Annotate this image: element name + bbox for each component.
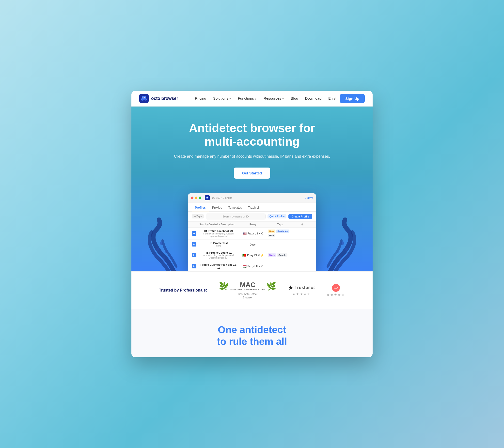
proxy-us: 🇺🇸 Proxy US ✕ C	[243, 232, 263, 235]
proxy-direct: Direct	[250, 243, 256, 246]
nav-download[interactable]: Download	[305, 96, 322, 101]
tentacles-left-icon	[134, 217, 179, 271]
nav-links: Pricing Solutions Functions Resources Bl…	[195, 96, 321, 101]
row-play-icon[interactable]: ▶	[192, 264, 196, 269]
laurel-right-icon: 🌿	[267, 281, 276, 291]
hero-headline: Antidetect browser for multi-accounting	[178, 121, 326, 148]
app-table-header: Sort by Created ▾ Description Proxy Tags…	[188, 222, 316, 228]
mac-award-label: Best Anti-DetectBrowser	[238, 292, 257, 299]
laurel-left-icon: 🌿	[219, 281, 229, 291]
create-profile-button[interactable]: Create Profile	[288, 214, 312, 219]
svg-point-10	[165, 251, 168, 253]
proxy-pt: 🇵🇹 Proxy PT ✕ ⚡	[242, 254, 264, 257]
app-tab-trash[interactable]: Trash bin	[245, 204, 264, 211]
g2-rating: G2 ★★★★★	[326, 284, 345, 297]
profile-search[interactable]: Search by name or ID	[206, 214, 266, 219]
svg-point-18	[339, 256, 342, 259]
trustpilot-stars: ★★★★★	[292, 292, 311, 296]
quick-profile-button[interactable]: Quick Profile	[268, 214, 287, 218]
logo-area: octo browser	[139, 94, 178, 103]
bottom-headline: One antidetect to rule them all	[139, 324, 365, 347]
app-toolbar: ⊕ Tags Search by name or ID Quick Profil…	[188, 212, 316, 222]
titlebar-close-dot	[191, 197, 193, 199]
tag-work: Work	[268, 253, 276, 257]
proxy-hu: 🇭🇺 Proxy HU ✕ C	[243, 265, 263, 268]
svg-point-4	[143, 97, 144, 98]
trustpilot-star-icon: ★	[288, 285, 293, 291]
app-tabs: Profiles Proxies Templates Trash bin	[188, 202, 316, 212]
logo-text: octo browser	[151, 96, 178, 101]
app-titlebar: 0 / 350 • 2 online 7 days	[188, 193, 316, 202]
table-row: ▶ IB Profile Facebook #1 For new ads com…	[188, 228, 316, 240]
svg-point-5	[145, 97, 145, 98]
app-days-label: 7 days	[305, 196, 313, 199]
row-play-icon[interactable]: ▶	[192, 253, 196, 257]
trustpilot-rating: ★ Trustpilot ★★★★★	[288, 285, 315, 296]
g2-stars: ★★★★★	[326, 293, 345, 297]
logo-icon	[139, 94, 149, 103]
app-profile-count: 0 / 350 • 2 online	[212, 196, 232, 199]
bottom-section: One antidetect to rule them all	[131, 309, 373, 357]
nav-solutions[interactable]: Solutions	[213, 96, 231, 101]
nav-resources[interactable]: Resources	[264, 96, 284, 101]
nav-pricing[interactable]: Pricing	[195, 96, 206, 101]
trusted-label: Trusted by Professionals:	[159, 288, 207, 292]
lang-selector[interactable]: En ∨	[328, 96, 336, 100]
titlebar-minimize-dot	[195, 197, 197, 199]
tags-button[interactable]: ⊕ Tags	[192, 214, 204, 218]
svg-point-6	[160, 241, 163, 245]
navbar: octo browser Pricing Solutions Functions…	[131, 91, 373, 107]
nav-right: En ∨ Sign Up	[328, 94, 365, 103]
svg-point-7	[156, 248, 159, 251]
svg-point-17	[347, 254, 350, 257]
tag-new: New	[268, 230, 275, 233]
app-tab-proxies[interactable]: Proxies	[209, 204, 225, 211]
tag-facebook: Facebook	[276, 230, 289, 233]
nav-functions[interactable]: Functions	[238, 96, 257, 101]
trusted-section: Trusted by Professionals: 🌿 MAC AFFILIAT…	[131, 271, 373, 309]
nav-blog[interactable]: Blog	[291, 96, 298, 101]
signup-button[interactable]: Sign Up	[340, 94, 365, 103]
row-play-icon[interactable]: ▶	[192, 231, 196, 236]
svg-point-13	[206, 197, 207, 198]
app-tab-profiles[interactable]: Profiles	[192, 204, 209, 211]
hero-subtext: Create and manage any number of accounts…	[139, 153, 365, 160]
app-logo-small-icon	[205, 195, 210, 200]
svg-point-19	[336, 251, 339, 253]
titlebar-fullscreen-dot	[199, 197, 201, 199]
app-tab-templates[interactable]: Templates	[225, 204, 245, 211]
svg-point-8	[154, 254, 157, 257]
get-started-button[interactable]: Get Started	[234, 168, 270, 179]
app-screenshot-container: 0 / 350 • 2 online 7 days Profiles Proxi…	[139, 193, 365, 271]
svg-point-9	[162, 256, 165, 259]
svg-point-1	[142, 96, 146, 100]
app-window: 0 / 350 • 2 online 7 days Profiles Proxi…	[188, 193, 316, 271]
tentacles-right-icon	[325, 217, 370, 271]
tag-google: Google	[277, 253, 288, 257]
row-play-icon[interactable]: ▶	[192, 242, 196, 247]
mac-award-badge: 🌿 MAC AFFILIATE CONFERENCE 2024 🌿 Best A…	[219, 281, 276, 299]
svg-point-16	[345, 248, 348, 251]
browser-window: octo browser Pricing Solutions Functions…	[131, 91, 373, 358]
table-row: ▶ Profile Cusmot fresh acc 12-12 🇭🇺 Prox…	[188, 261, 316, 271]
table-row: ▶ IB Profile Test none Direct	[188, 240, 316, 249]
g2-logo-icon: G2	[332, 284, 340, 292]
hero-section: Antidetect browser for multi-accounting …	[131, 107, 373, 271]
mac-logo-icon: MAC	[240, 281, 255, 288]
table-row: ▶ IB Profile Google #1 Run ads. Bing med…	[188, 249, 316, 261]
svg-point-14	[207, 197, 208, 198]
tag-usa: USA	[268, 234, 275, 237]
svg-point-15	[341, 241, 344, 245]
svg-point-12	[206, 196, 208, 198]
